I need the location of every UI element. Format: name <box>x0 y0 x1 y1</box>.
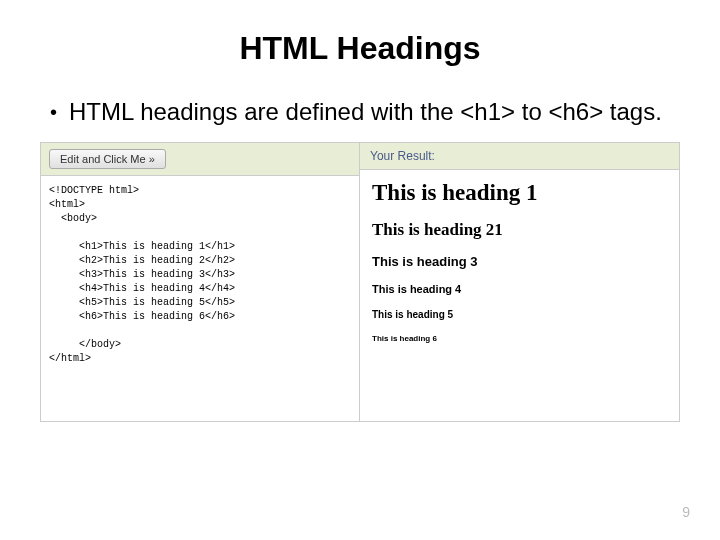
result-pane: Your Result: This is heading 1 This is h… <box>360 143 679 421</box>
result-h2: This is heading 21 <box>372 220 667 240</box>
result-h4: This is heading 4 <box>372 283 667 295</box>
result-h6: This is heading 6 <box>372 334 667 343</box>
slide-title: HTML Headings <box>40 30 680 67</box>
code-pane: Edit and Click Me » <!DOCTYPE html> <htm… <box>41 143 360 421</box>
result-pane-header: Your Result: <box>360 143 679 170</box>
bullet-item: • HTML headings are defined with the <h1… <box>40 97 680 127</box>
edit-run-button[interactable]: Edit and Click Me » <box>49 149 166 169</box>
page-number: 9 <box>682 504 690 520</box>
result-output: This is heading 1 This is heading 21 Thi… <box>360 170 679 421</box>
bullet-text: HTML headings are defined with the <h1> … <box>69 97 662 127</box>
result-h5: This is heading 5 <box>372 309 667 320</box>
result-h1: This is heading 1 <box>372 180 667 206</box>
code-pane-header: Edit and Click Me » <box>41 143 359 176</box>
code-textarea[interactable]: <!DOCTYPE html> <html> <body> <h1>This i… <box>41 176 359 421</box>
bullet-dot-icon: • <box>50 97 57 127</box>
result-h3: This is heading 3 <box>372 254 667 269</box>
example-panel: Edit and Click Me » <!DOCTYPE html> <htm… <box>40 142 680 422</box>
